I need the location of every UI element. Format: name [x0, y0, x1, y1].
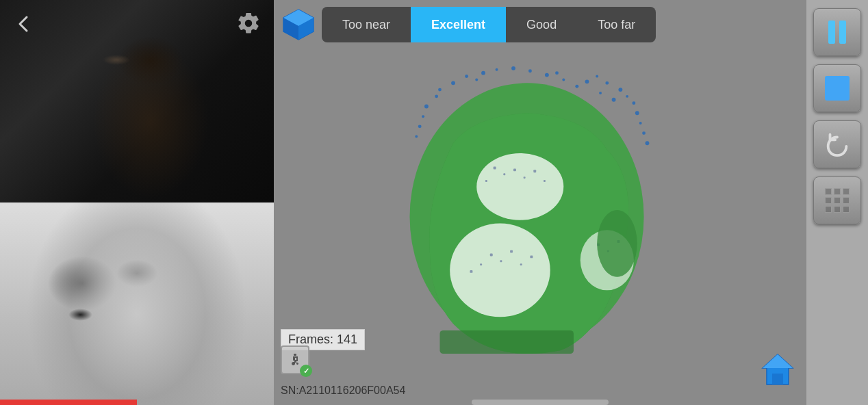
svg-rect-40	[524, 177, 526, 179]
right-panel	[806, 0, 868, 405]
scrollbar[interactable]	[472, 400, 609, 405]
home-icon	[757, 349, 798, 390]
cube-icon	[281, 7, 316, 42]
settings-button-top[interactable]	[233, 8, 264, 38]
tab-excellent[interactable]: Excellent	[411, 7, 506, 42]
eye-highlight	[103, 55, 130, 65]
svg-point-5	[465, 75, 468, 78]
svg-point-26	[555, 71, 559, 75]
stop-icon	[825, 76, 850, 101]
svg-rect-39	[513, 168, 516, 171]
grid-icon	[825, 188, 850, 213]
back-arrow-icon	[14, 14, 34, 34]
svg-point-4	[451, 81, 455, 85]
svg-point-25	[475, 78, 478, 81]
svg-point-12	[575, 85, 578, 88]
face-overlay-top	[0, 0, 274, 202]
camera-view-top	[0, 0, 274, 202]
svg-rect-41	[533, 170, 536, 172]
svg-point-18	[435, 94, 438, 98]
svg-point-17	[626, 95, 628, 98]
pause-icon	[828, 21, 846, 44]
grid-button[interactable]	[813, 177, 861, 224]
svg-rect-47	[520, 263, 522, 265]
svg-point-14	[596, 75, 598, 78]
svg-point-35	[450, 224, 550, 317]
progress-bar	[0, 400, 137, 405]
svg-point-7	[496, 68, 498, 71]
face-overlay-bw	[0, 202, 274, 405]
svg-point-13	[585, 79, 589, 83]
svg-point-28	[612, 98, 616, 102]
svg-rect-48	[530, 255, 533, 258]
head-scan-visualization	[315, 63, 712, 357]
svg-rect-44	[490, 254, 493, 257]
svg-rect-56	[294, 354, 296, 356]
svg-rect-38	[503, 173, 505, 175]
tab-too-far[interactable]: Too far	[577, 7, 656, 42]
svg-rect-46	[510, 250, 513, 253]
tab-good[interactable]: Good	[506, 7, 577, 42]
svg-point-10	[545, 73, 549, 77]
svg-point-32	[646, 141, 650, 145]
svg-point-31	[642, 131, 646, 135]
svg-point-6	[481, 71, 485, 75]
svg-rect-49	[480, 263, 482, 265]
svg-rect-58	[772, 374, 783, 384]
svg-point-11	[562, 78, 565, 81]
serial-number: SN:A2110116206F00A54	[281, 384, 405, 397]
svg-rect-42	[544, 180, 546, 182]
svg-point-23	[639, 122, 642, 125]
svg-point-22	[635, 111, 639, 115]
bw-eye	[68, 309, 92, 321]
status-tabs: Too near Excellent Good Too far	[322, 7, 656, 42]
svg-point-21	[632, 101, 635, 105]
usb-icon-box: ✓	[281, 345, 309, 374]
tab-too-near[interactable]: Too near	[322, 7, 411, 42]
svg-point-19	[424, 105, 429, 109]
svg-rect-45	[500, 260, 502, 262]
svg-rect-37	[494, 166, 496, 169]
svg-point-16	[618, 88, 622, 92]
camera-view-bottom	[0, 202, 274, 405]
home-button[interactable]	[755, 347, 800, 391]
svg-marker-59	[763, 354, 793, 368]
3d-cube-svg	[281, 7, 316, 42]
svg-point-34	[476, 153, 563, 220]
main-panel: Too near Excellent Good Too far	[274, 0, 806, 405]
svg-point-24	[438, 88, 442, 92]
undo-icon	[824, 131, 851, 158]
scan-area: Frames: 141 ✓ SN:A2110116206F00A54	[274, 49, 806, 405]
svg-point-9	[528, 69, 532, 73]
svg-point-20	[422, 115, 424, 118]
svg-point-54	[597, 210, 637, 277]
top-bar: Too near Excellent Good Too far	[274, 0, 806, 49]
svg-point-27	[599, 92, 602, 94]
usb-status: ✓	[281, 345, 309, 374]
svg-point-15	[605, 81, 609, 85]
svg-rect-50	[470, 270, 472, 273]
back-button[interactable]	[10, 10, 38, 38]
stop-button[interactable]	[813, 64, 861, 112]
svg-rect-43	[485, 180, 487, 182]
svg-point-8	[511, 66, 515, 70]
svg-rect-55	[440, 330, 574, 354]
usb-icon	[287, 352, 303, 368]
left-panel	[0, 0, 274, 405]
pause-button[interactable]	[813, 8, 861, 56]
gear-icon-top	[236, 11, 261, 36]
svg-point-29	[418, 125, 422, 128]
svg-point-30	[415, 135, 418, 138]
undo-button[interactable]	[813, 120, 861, 168]
check-badge: ✓	[300, 365, 312, 377]
